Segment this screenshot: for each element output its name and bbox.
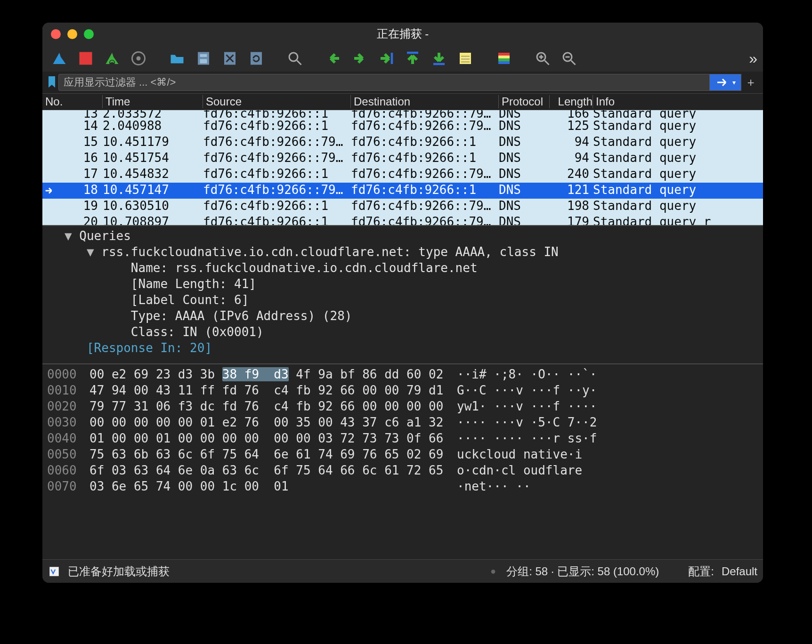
add-filter-button[interactable]: + [741,74,760,91]
col-time[interactable]: Time [103,95,203,108]
hex-row[interactable]: 003000 00 00 00 00 01 e2 76 00 35 00 43 … [42,415,763,431]
zoom-out-icon[interactable] [558,48,580,69]
hex-pane[interactable]: 000000 e2 69 23 d3 3b 38 f9 d3 4f 9a bf … [42,363,763,559]
cell-destination: fd76:c4fb:9266::79… [351,215,499,225]
go-last-icon[interactable] [428,48,450,69]
packet-row[interactable]: 142.040988fd76:c4fb:9266::1fd76:c4fb:926… [42,119,763,135]
col-length[interactable]: Length [550,95,593,108]
packet-row[interactable]: 1610.451754fd76:c4fb:9266::79…fd76:c4fb:… [42,151,763,167]
tree-response-link[interactable]: [Response In: 20] [42,341,763,357]
cell-info: Standard query [593,167,763,183]
hex-ascii: G··C ···v ···f ··y· [457,383,763,399]
hex-offset: 0030 [42,415,89,431]
close-file-icon[interactable] [219,48,241,69]
hex-ascii: uckcloud native·i [457,447,763,463]
packet-list-header: No. Time Source Destination Protocol Len… [42,93,763,110]
hex-row[interactable]: 002079 77 31 06 f3 dc fd 76 c4 fb 92 66 … [42,399,763,415]
cell-info: Standard query [593,183,763,199]
cell-no: 15 [56,135,103,151]
close-icon[interactable] [51,29,61,39]
cell-protocol: DNS [499,151,550,167]
tree-class[interactable]: Class: IN (0x0001) [42,325,763,341]
open-file-icon[interactable] [166,48,188,69]
zoom-in-icon[interactable] [531,48,554,69]
cell-protocol: DNS [499,199,550,215]
col-destination[interactable]: Destination [351,95,499,108]
tree-type[interactable]: Type: AAAA (IPv6 Address) (28) [42,309,763,325]
hex-row[interactable]: 004001 00 00 01 00 00 00 00 00 00 03 72 … [42,431,763,447]
packet-row[interactable]: 2010.708897fd76:c4fb:9266::1fd76:c4fb:92… [42,215,763,225]
stop-capture-icon[interactable] [74,48,97,69]
window-title: 正在捕获 - [42,26,763,41]
tree-queries[interactable]: ▼ Queries [42,229,763,245]
hex-row[interactable]: 007003 6e 65 74 00 00 1c 00 01·net··· ·· [42,479,763,495]
go-first-icon[interactable] [401,48,424,69]
cell-destination: fd76:c4fb:9266::79… [351,199,499,215]
cell-protocol: DNS [499,135,550,151]
traffic-lights [51,29,94,39]
filter-bookmark-icon[interactable] [45,74,58,91]
tree-entry[interactable]: ▼ rss.fuckcloudnative.io.cdn.cloudflare.… [42,245,763,261]
svg-line-27 [571,61,576,65]
start-capture-icon[interactable] [48,48,71,69]
svg-point-3 [137,56,141,61]
cell-destination: fd76:c4fb:9266::1 [351,151,499,167]
col-info[interactable]: Info [593,95,763,108]
display-filter-input[interactable]: 应用显示过滤器 ... <⌘/> [58,74,710,91]
col-no[interactable]: No. [42,95,103,108]
hex-offset: 0010 [42,383,89,399]
toolbar-overflow-icon[interactable]: » [749,50,757,67]
packet-row[interactable]: 1910.630510fd76:c4fb:9266::1fd76:c4fb:92… [42,199,763,215]
reload-icon[interactable] [245,48,268,69]
minimize-icon[interactable] [67,29,77,39]
prev-icon[interactable] [322,48,345,69]
svg-rect-14 [460,53,471,64]
packet-row[interactable]: 1510.451179fd76:c4fb:9266::79…fd76:c4fb:… [42,135,763,151]
status-profile-value[interactable]: Default [722,565,757,578]
cell-protocol: DNS [499,215,550,225]
svg-point-9 [289,53,298,61]
maximize-icon[interactable] [84,29,94,39]
options-icon[interactable] [127,48,150,69]
col-source[interactable]: Source [203,95,351,108]
status-packets: 分组: 58 · 已显示: 58 (100.0%) [506,564,659,579]
hex-ascii: ···· ···v ·5·C 7··2 [457,415,763,431]
tree-label-count[interactable]: [Label Count: 6] [42,293,763,309]
hex-row[interactable]: 001047 94 00 43 11 ff fd 76 c4 fb 92 66 … [42,383,763,399]
status-profile-label: 配置: [688,564,714,579]
cell-source: fd76:c4fb:9266::79… [203,135,351,151]
packet-row[interactable]: 132.033572fd76:c4fb:9266::1fd76:c4fb:926… [42,110,763,119]
save-file-icon[interactable] [192,48,215,69]
cell-time: 10.630510 [103,199,203,215]
tree-name-len[interactable]: [Name Length: 41] [42,277,763,293]
packet-details-pane[interactable]: ▼ Queries ▼ rss.fuckcloudnative.io.cdn.c… [42,225,763,363]
restart-capture-icon[interactable] [101,48,123,69]
cell-length: 179 [550,215,593,225]
tree-name[interactable]: Name: rss.fuckcloudnative.io.cdn.cloudfl… [42,261,763,277]
next-icon[interactable] [349,48,371,69]
packet-row[interactable]: 1810.457147fd76:c4fb:9266::79…fd76:c4fb:… [42,183,763,199]
hex-row[interactable]: 005075 63 6b 63 6c 6f 75 64 6e 61 74 69 … [42,447,763,463]
cell-destination: fd76:c4fb:9266::1 [351,183,499,199]
svg-rect-21 [498,61,510,64]
cell-source: fd76:c4fb:9266::1 [203,119,351,135]
apply-filter-button[interactable]: ▾ [709,74,741,91]
hex-row[interactable]: 000000 e2 69 23 d3 3b 38 f9 d3 4f 9a bf … [42,367,763,383]
colorize-icon[interactable] [493,48,515,69]
packet-row[interactable]: 1710.454832fd76:c4fb:9266::1fd76:c4fb:92… [42,167,763,183]
status-dot-icon: ● [490,566,496,577]
hex-offset: 0050 [42,447,89,463]
find-icon[interactable] [284,48,306,69]
cell-length: 240 [550,167,593,183]
autoscroll-icon[interactable] [454,48,477,69]
col-protocol[interactable]: Protocol [499,95,550,108]
jump-to-icon[interactable] [375,48,398,69]
svg-line-23 [545,61,549,65]
packet-list[interactable]: 132.033572fd76:c4fb:9266::1fd76:c4fb:926… [42,110,763,225]
titlebar: 正在捕获 - [42,23,763,45]
hex-row[interactable]: 00606f 03 63 64 6e 0a 63 6c 6f 75 64 66 … [42,463,763,479]
status-ready: 已准备好加载或捕获 [68,564,170,579]
cell-info: Standard query r [593,215,763,225]
hex-bytes: 6f 03 63 64 6e 0a 63 6c 6f 75 64 66 6c 6… [89,463,457,479]
expert-info-icon[interactable] [48,565,60,578]
